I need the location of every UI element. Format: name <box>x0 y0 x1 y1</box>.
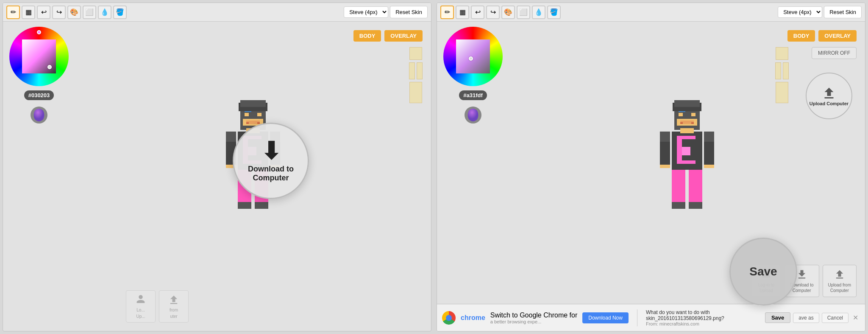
dropper-tool-right[interactable]: 💧 <box>532 6 545 19</box>
chrome-save-button[interactable]: Save <box>765 312 790 323</box>
left-color-sidebar: #030203 <box>3 22 75 331</box>
bucket-tool[interactable]: 🪣 <box>113 6 127 19</box>
eraser-tool[interactable]: ⬜ <box>83 6 96 19</box>
svg-rect-22 <box>238 202 251 209</box>
from-computer-btn-partial: from uter <box>159 290 189 323</box>
skin-select-right[interactable]: Steve (4px) <box>778 6 822 18</box>
undo-tool-right[interactable]: ↩ <box>471 6 484 19</box>
svg-rect-41 <box>677 160 696 164</box>
unfold-panels-left <box>409 47 423 103</box>
color-tool-right[interactable]: 🎨 <box>501 6 515 19</box>
undo-tool[interactable]: ↩ <box>37 6 50 19</box>
color-hex-display-right[interactable]: #a31fdf <box>459 90 487 100</box>
redo-tool-right[interactable]: ↪ <box>486 6 500 19</box>
pencil-tool[interactable]: ✏ <box>6 6 20 19</box>
select-tool-right[interactable]: ▦ <box>456 6 469 19</box>
dropper-tool[interactable]: 💧 <box>98 6 111 19</box>
chrome-close-button[interactable]: ✕ <box>851 314 860 322</box>
paint-bucket-icon-right <box>462 104 484 126</box>
unfold-arm-right-right <box>783 62 789 79</box>
redo-tool[interactable]: ↪ <box>52 6 66 19</box>
svg-rect-23 <box>255 202 268 209</box>
overlay-button-right[interactable]: OVERLAY <box>818 30 857 42</box>
color-gradient-box-right[interactable] <box>456 39 490 73</box>
chrome-cancel-button[interactable]: Cancel <box>822 313 849 323</box>
chrome-dl-source: From: minecraftskins.com <box>646 321 760 326</box>
unfold-panels-right <box>775 47 789 103</box>
svg-rect-44 <box>660 132 670 142</box>
reset-skin-button-right[interactable]: Reset Skin <box>824 6 862 18</box>
unfold-arm-left-right <box>775 62 781 79</box>
upload-computer-circle[interactable]: Upload Computer <box>806 73 852 119</box>
svg-rect-42 <box>682 147 690 155</box>
body-overlay-buttons: BODY OVERLAY <box>353 30 423 42</box>
svg-rect-34 <box>680 122 683 124</box>
svg-rect-7 <box>246 122 249 124</box>
right-toolbar: ✏ ▦ ↩ ↪ 🎨 ⬜ 💧 🪣 Steve (4px) Reset Skin <box>437 3 865 22</box>
body-overlay-buttons-right: BODY OVERLAY <box>787 30 857 42</box>
svg-rect-50 <box>689 202 702 209</box>
unfold-arm-left <box>409 62 415 79</box>
body-button-left[interactable]: BODY <box>353 30 381 42</box>
svg-rect-40 <box>677 139 682 160</box>
mirror-button-container: MIRROR OFF <box>812 47 857 59</box>
chrome-switch-sub: a better browsing expe... <box>490 319 577 324</box>
left-action-btns-partial: Lo... Up... from uter <box>126 290 189 323</box>
unfold-body <box>409 82 422 103</box>
chrome-action-buttons: Save ave as Cancel ✕ <box>765 312 860 323</box>
unfold-head-right <box>776 47 788 60</box>
chrome-download-bar: chrome Switch to Google Chrome for a bet… <box>437 304 865 331</box>
color-outer-indicator <box>37 30 41 34</box>
svg-rect-31 <box>691 113 696 116</box>
upload-from-computer-label: Upload fromComputer <box>828 282 851 293</box>
paint-bucket-icon <box>28 104 50 126</box>
svg-rect-8 <box>257 122 260 124</box>
chrome-dl-info: What do you want to do with skin_2016101… <box>646 309 760 326</box>
svg-rect-39 <box>677 136 696 139</box>
right-color-sidebar: #a31fdf <box>437 22 509 331</box>
mirror-off-button[interactable]: MIRROR OFF <box>812 47 857 59</box>
pencil-tool-right[interactable]: ✏ <box>440 6 454 19</box>
unfold-body-right <box>776 82 788 103</box>
svg-rect-49 <box>672 202 685 209</box>
color-gradient-box[interactable] <box>22 39 56 73</box>
svg-rect-46 <box>704 132 714 142</box>
svg-rect-3 <box>245 113 249 116</box>
svg-rect-4 <box>257 113 262 116</box>
color-wheel[interactable] <box>9 27 69 86</box>
chrome-save-as-button[interactable]: ave as <box>793 313 819 323</box>
select-tool[interactable]: ▦ <box>22 6 35 19</box>
unfold-arms-row <box>409 62 423 79</box>
chrome-icon <box>442 311 456 325</box>
download-text: Download to Computer <box>248 165 294 182</box>
upload-from-computer-button[interactable]: Upload fromComputer <box>823 265 857 297</box>
chrome-dl-filename: What do you want to do with skin_2016101… <box>646 309 760 321</box>
body-button-right[interactable]: BODY <box>787 30 815 42</box>
eraser-tool-right[interactable]: ⬜ <box>517 6 530 19</box>
upload-computer-label: Upload Computer <box>810 101 849 106</box>
color-inner-indicator-right <box>469 56 473 61</box>
color-wheel-right[interactable] <box>443 27 503 86</box>
color-inner-indicator <box>47 65 52 69</box>
bucket-tool-right[interactable]: 🪣 <box>547 6 561 19</box>
reset-skin-button[interactable]: Reset Skin <box>390 6 428 18</box>
chrome-download-now-button[interactable]: Download Now <box>582 312 629 323</box>
svg-rect-35 <box>691 122 694 124</box>
skin-select[interactable]: Steve (4px) <box>344 6 388 18</box>
download-to-computer-overlay[interactable]: ⬇ Download to Computer <box>233 123 309 199</box>
svg-rect-17 <box>226 132 236 142</box>
chrome-switch-text: Switch to Google Chrome for <box>490 312 577 319</box>
save-overlay-circle[interactable]: Save <box>729 238 797 306</box>
left-canvas-area: BODY OVERLAY ⬇ Download to Computer Lo..… <box>75 22 431 331</box>
download-arrow-icon: ⬇ <box>261 139 281 163</box>
color-tool[interactable]: 🎨 <box>67 6 81 19</box>
unfold-arms-row-right <box>775 62 789 79</box>
save-label: Save <box>749 265 777 278</box>
unfold-head <box>409 47 422 60</box>
svg-rect-10 <box>240 100 266 107</box>
unfold-arm-right <box>417 62 423 79</box>
left-panel: ✏ ▦ ↩ ↪ 🎨 ⬜ 💧 🪣 Steve (4px) Reset Skin <box>3 3 431 331</box>
overlay-button-left[interactable]: OVERLAY <box>384 30 423 42</box>
svg-rect-53 <box>704 165 714 168</box>
color-hex-display[interactable]: #030203 <box>24 90 54 100</box>
